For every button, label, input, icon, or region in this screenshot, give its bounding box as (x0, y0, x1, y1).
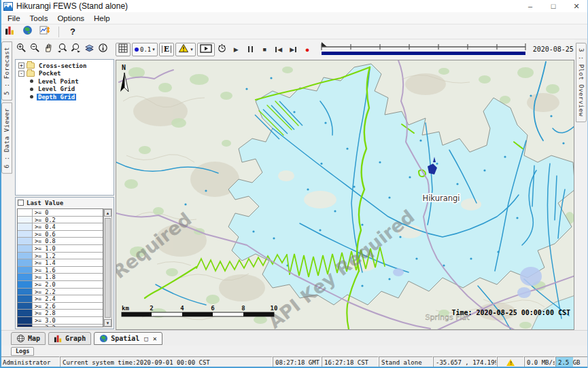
play-button[interactable]: ▶ (230, 43, 243, 56)
tree-item-label: Level Point (37, 78, 80, 85)
legend-row: >= 0.8 (18, 238, 103, 245)
menu-options[interactable]: Options (52, 14, 89, 22)
scroll-up-icon[interactable]: ▲ (104, 209, 111, 217)
legend-row: >= 3.0 (18, 317, 103, 325)
logs-button[interactable]: Logs (11, 347, 34, 356)
first-frame-button[interactable]: ◀ (273, 43, 286, 56)
minimize-button[interactable]: – (519, 0, 542, 12)
menu-tools[interactable]: Tools (25, 14, 53, 22)
first-frame-icon (275, 47, 277, 52)
legend-label: >= 1.2 (33, 253, 103, 259)
grid-toggle-button[interactable] (116, 43, 131, 56)
tree-item-level-point[interactable]: Level Point (16, 77, 114, 86)
zoom-next-icon (71, 43, 81, 56)
legend-swatch (18, 274, 33, 280)
last-frame-button[interactable]: ▶ (287, 43, 300, 56)
tree-item-pocket[interactable]: -Pocket (16, 70, 114, 78)
tree-item-level-grid[interactable]: Level Grid (16, 86, 114, 94)
animation-export-button[interactable] (197, 43, 215, 56)
tree-item-depth-grid[interactable]: Depth Grid (16, 93, 114, 101)
side-tab-5-forecast[interactable]: 5 : Forecast (1, 41, 12, 100)
toolbar-separator (58, 26, 59, 37)
close-tab-icon[interactable]: ✕ (153, 335, 157, 342)
help-button[interactable]: ? (67, 26, 79, 38)
legend-row: >= 2.0 (18, 281, 103, 289)
hand-icon (44, 43, 54, 56)
chevron-down-icon: ▾ (190, 47, 193, 52)
legend-icon: E (162, 45, 171, 53)
tab-label: Graph (65, 335, 86, 342)
application-window: Hikurangi FEWS (Stand alone) – □ ✕ FileT… (0, 0, 588, 368)
map-toolbar: 0.1▾ E ▾ ▶ ■ ◀ ▶ ● 2020-08-25 00:00:00 C… (14, 39, 574, 59)
window-title: Hikurangi FEWS (Stand alone) (16, 1, 515, 11)
legend-row: >= 2.4 (18, 295, 103, 303)
legend-row: >= 1.2 (18, 253, 103, 260)
next-extent-button[interactable] (69, 43, 82, 56)
legend-label: >= 0.6 (33, 231, 103, 238)
zoom-out-button[interactable] (29, 43, 41, 56)
legend-label: >= 1.4 (33, 259, 103, 266)
stop-button[interactable]: ■ (258, 43, 271, 56)
warning-filter-dropdown[interactable]: ▾ (175, 43, 196, 56)
pause-button[interactable] (244, 43, 257, 56)
legend-row: >= 1.6 (18, 267, 103, 274)
zoom-in-icon (16, 43, 27, 56)
grid-display-button[interactable] (3, 26, 16, 38)
tab-map[interactable]: Map (11, 332, 46, 345)
menu-help[interactable]: Help (89, 14, 115, 22)
legend-swatch (18, 325, 33, 328)
side-tab-3-plot-overview[interactable]: 3 : Plot Overview (576, 43, 587, 122)
legend-scrollbar[interactable]: ▲ ▼ (103, 208, 112, 327)
folder-icon (27, 62, 35, 69)
layers-button[interactable] (83, 43, 95, 56)
svg-text:10: 10 (271, 305, 278, 312)
record-button[interactable]: ● (301, 43, 314, 56)
legend-row: >= 2.2 (18, 289, 103, 296)
legend-label: >= 2.0 (33, 281, 103, 288)
tab-graph[interactable]: Graph (48, 332, 91, 345)
bar-chart-icon (54, 334, 63, 343)
tab-spatial[interactable]: Spatial□✕ (94, 332, 162, 345)
close-button[interactable]: ✕ (565, 0, 588, 12)
info-icon (98, 43, 108, 56)
window-border (0, 0, 1, 368)
restore-tab-icon[interactable]: □ (144, 335, 148, 342)
info-button[interactable] (97, 43, 109, 56)
legend-swatch (18, 289, 33, 295)
last-value-checkbox[interactable] (18, 200, 24, 206)
contour-threshold-dropdown[interactable]: 0.1▾ (132, 43, 158, 56)
grid-icon (118, 43, 128, 56)
play-icon: ▶ (234, 46, 239, 53)
map-display-button[interactable] (21, 26, 33, 38)
timeseries-display-button[interactable] (39, 26, 51, 38)
previous-extent-button[interactable] (56, 43, 68, 56)
zoom-in-button[interactable] (15, 43, 27, 56)
legend-label: >= 0.8 (33, 238, 103, 244)
tree-item-label: Level Grid (37, 86, 76, 92)
side-tab-6-data-viewer[interactable]: 6 : Data Viewer (1, 103, 12, 174)
timeline-slider[interactable] (319, 40, 529, 59)
contour-value: 0.1 (140, 46, 151, 53)
contour-dot-icon (135, 48, 139, 52)
map-canvas[interactable]: API Key Required API Key Required Hikura… (116, 60, 574, 330)
legend-header: Last Value (16, 198, 114, 208)
globe-icon (22, 25, 33, 38)
tree-toggle-icon[interactable]: - (18, 71, 24, 77)
scrollbar-thumb[interactable] (105, 218, 111, 318)
maximize-button[interactable]: □ (542, 0, 565, 12)
legend-label: >= 0.2 (33, 217, 103, 223)
bottom-tab-bar: MapGraphSpatial□✕ (0, 330, 588, 346)
svg-text:2: 2 (150, 305, 153, 312)
legend-toggle-button[interactable]: E (159, 43, 174, 56)
legend-swatch (18, 281, 33, 288)
timer-button[interactable] (216, 43, 228, 56)
pause-icon (248, 46, 253, 52)
tree-toggle-icon[interactable]: + (18, 62, 24, 69)
svg-text:km: km (122, 305, 129, 312)
window-controls: – □ ✕ (519, 0, 588, 12)
menu-file[interactable]: File (3, 14, 25, 22)
scroll-down-icon[interactable]: ▼ (104, 319, 111, 327)
globe-icon (99, 334, 108, 343)
pan-button[interactable] (42, 43, 54, 56)
tree-item-label: Depth Grid (37, 94, 76, 100)
